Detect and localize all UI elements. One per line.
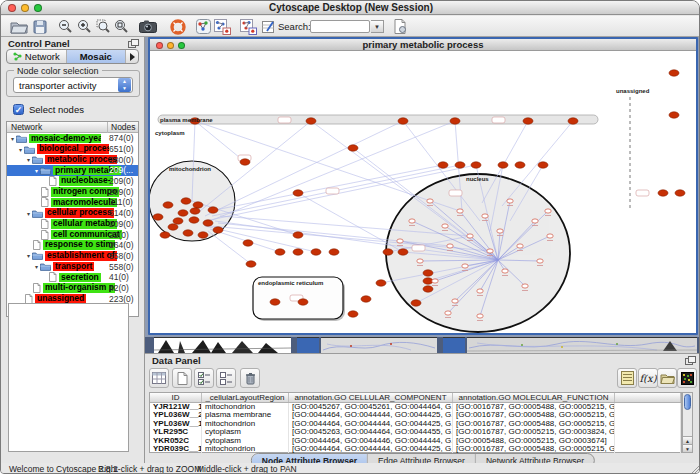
- network-node[interactable]: [409, 219, 415, 223]
- table-row[interactable]: YKR052Ccytoplasm[GO:0044464, GO:0044446,…: [150, 437, 681, 446]
- table-cell[interactable]: [GO:0005488, GO:0005215, GO:0003674]: [453, 437, 615, 446]
- expand-arrow-icon[interactable]: ▾: [33, 263, 40, 270]
- tree-row[interactable]: ▾mosaic-demo-yeast874(0): [7, 133, 138, 144]
- network-node[interactable]: [208, 207, 218, 213]
- table-row[interactable]: YPL036W__2plasma membrane[GO:0044464, GO…: [150, 411, 681, 420]
- network-node[interactable]: [545, 209, 551, 213]
- expand-arrow-icon[interactable]: ▾: [25, 210, 32, 217]
- table-cell[interactable]: [615, 403, 681, 412]
- network-node[interactable]: [329, 249, 339, 255]
- tree-row[interactable]: secretion41(0): [7, 272, 138, 283]
- network-node[interactable]: [482, 214, 488, 218]
- network-node[interactable]: [348, 145, 358, 151]
- select-nodes-checkbox[interactable]: ✓: [13, 104, 24, 115]
- float-panel-icon[interactable]: [685, 356, 696, 365]
- network-node[interactable]: [213, 227, 223, 233]
- network-node[interactable]: [163, 202, 173, 208]
- network-node[interactable]: [447, 244, 453, 248]
- network-node[interactable]: [275, 249, 285, 255]
- column-header[interactable]: [615, 393, 681, 402]
- network-node[interactable]: [669, 70, 679, 76]
- import-table-button[interactable]: [392, 18, 407, 35]
- network-node[interactable]: [517, 244, 523, 248]
- network-node[interactable]: [181, 198, 191, 204]
- open-file-button[interactable]: [9, 18, 28, 35]
- network-node[interactable]: [471, 162, 481, 168]
- table-cell[interactable]: [GO:0016787, GO:0005488, GO:0005215, G..…: [453, 403, 615, 412]
- network-node[interactable]: [467, 234, 473, 238]
- network-node[interactable]: [462, 264, 468, 268]
- table-cell[interactable]: [GO:0045263, GO:0044464, GO:0044455, G..…: [289, 428, 453, 437]
- network-node[interactable]: [442, 224, 448, 228]
- tree-row[interactable]: ▾metabolic process280(0): [7, 154, 138, 165]
- attribute-notes-button[interactable]: [617, 368, 637, 388]
- network-node[interactable]: [376, 280, 386, 286]
- network-node[interactable]: [270, 299, 280, 305]
- network-node[interactable]: [246, 261, 256, 267]
- table-edit-button[interactable]: [261, 18, 275, 35]
- delete-attribute-button[interactable]: [240, 368, 260, 388]
- network-node[interactable]: [669, 112, 679, 118]
- snapshot-button[interactable]: [138, 18, 157, 35]
- save-session-button[interactable]: [32, 18, 48, 35]
- birdseye-view[interactable]: [8, 303, 129, 452]
- import-attributes-button[interactable]: [657, 368, 677, 388]
- tab-mosaic[interactable]: Mosaic: [67, 50, 127, 63]
- network-node[interactable]: [445, 311, 451, 315]
- network-node[interactable]: [502, 269, 508, 273]
- network-node[interactable]: [507, 199, 513, 203]
- network-node[interactable]: [397, 239, 403, 243]
- table-cell[interactable]: YKR052C: [150, 437, 202, 446]
- table-cell[interactable]: YPL036W__2: [150, 411, 202, 420]
- tree-row[interactable]: ▾establishment of lo558(0): [7, 251, 138, 262]
- resize-grip[interactable]: [689, 464, 699, 474]
- network-node[interactable]: [348, 311, 358, 317]
- network-node[interactable]: [311, 249, 321, 255]
- network-node[interactable]: [452, 299, 458, 303]
- network-node[interactable]: [532, 219, 538, 223]
- network-node[interactable]: [168, 224, 178, 230]
- table-cell[interactable]: YLR295C: [150, 428, 202, 437]
- network-node[interactable]: [523, 118, 533, 124]
- table-cell[interactable]: [GO:0044464, GO:0044444, GO:0044425, G..…: [289, 420, 453, 429]
- network-node[interactable]: [455, 162, 465, 168]
- network-node[interactable]: [411, 300, 421, 306]
- network-node[interactable]: [547, 234, 553, 238]
- network-node[interactable]: [427, 199, 433, 203]
- table-cell[interactable]: [615, 420, 681, 429]
- network-node[interactable]: [423, 286, 433, 292]
- network-node[interactable]: [487, 249, 493, 253]
- table-cell[interactable]: YDR039C__1: [150, 445, 202, 454]
- table-cell[interactable]: [GO:0045267, GO:0045261, GO:0044464, G..…: [289, 403, 453, 412]
- column-header[interactable]: _cellularLayoutRegion: [202, 393, 289, 402]
- network-node[interactable]: [477, 314, 483, 318]
- network-node[interactable]: [515, 162, 525, 168]
- tree-row[interactable]: cellular metabo209(0): [7, 219, 138, 230]
- table-row[interactable]: YJR121W__1mitochondrion[GO:0045267, GO:0…: [150, 403, 681, 412]
- network-canvas[interactable]: plasma membranecytoplasmmitochondrionnuc…: [150, 51, 696, 333]
- background-window[interactable]: [467, 337, 697, 353]
- expand-arrow-icon[interactable]: ▾: [25, 252, 32, 259]
- background-window[interactable]: [297, 337, 319, 353]
- network-node[interactable]: [568, 118, 578, 124]
- annotation-button[interactable]: [239, 18, 257, 35]
- network-node[interactable]: [160, 232, 170, 238]
- table-cell[interactable]: cytoplasm: [202, 437, 289, 446]
- zoom-fit-button[interactable]: [113, 18, 128, 35]
- background-window[interactable]: [443, 337, 465, 353]
- attribute-table-header[interactable]: ID_cellularLayoutRegionannotation.GO CEL…: [150, 393, 681, 403]
- select-attributes-button[interactable]: [149, 368, 169, 388]
- table-cell[interactable]: [GO:0044464, GO:0044444, GO:0044425, G..…: [289, 411, 453, 420]
- tree-row[interactable]: ▾cellular process614(0): [7, 208, 138, 219]
- expand-arrow-icon[interactable]: ▾: [25, 156, 32, 163]
- scrollbar-thumb[interactable]: [684, 394, 691, 410]
- column-header[interactable]: ID: [150, 393, 202, 402]
- network-node[interactable]: [183, 230, 193, 236]
- network-node[interactable]: [383, 249, 393, 255]
- background-window[interactable]: [321, 337, 437, 353]
- table-cell[interactable]: [615, 445, 681, 454]
- tree-row[interactable]: ▾transport558(0): [7, 261, 138, 272]
- network-node[interactable]: [298, 299, 308, 305]
- network-node[interactable]: [423, 270, 433, 276]
- table-cell[interactable]: YPL036W__1: [150, 420, 202, 429]
